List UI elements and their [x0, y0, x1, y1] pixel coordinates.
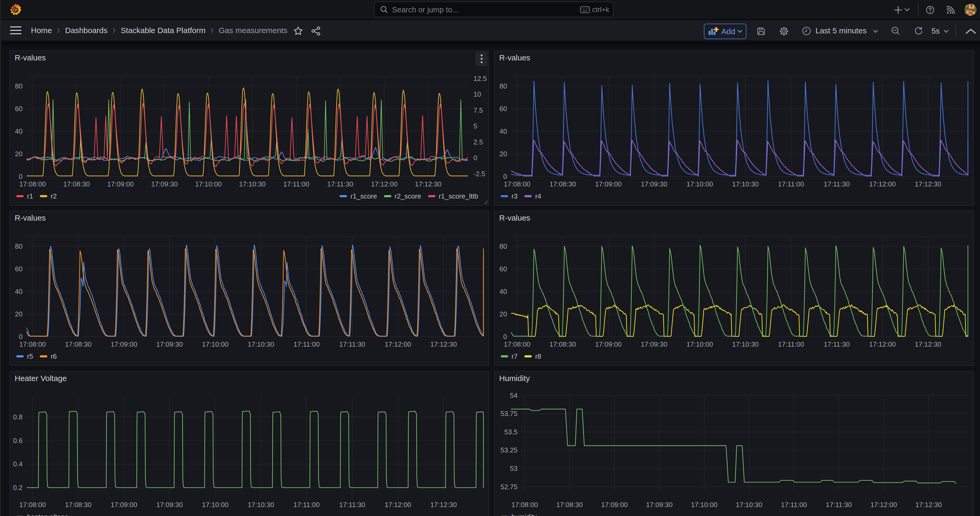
- svg-text:0: 0: [503, 172, 507, 180]
- svg-text:17:08:00: 17:08:00: [19, 340, 46, 348]
- svg-text:60: 60: [500, 265, 507, 273]
- svg-text:17:11:00: 17:11:00: [781, 501, 807, 509]
- svg-text:17:11:30: 17:11:30: [824, 180, 850, 188]
- svg-text:53.5: 53.5: [504, 428, 517, 436]
- svg-text:17:12:30: 17:12:30: [430, 340, 457, 348]
- svg-text:17:12:30: 17:12:30: [915, 180, 941, 188]
- svg-text:17:08:30: 17:08:30: [549, 180, 576, 188]
- svg-text:17:09:30: 17:09:30: [641, 180, 667, 188]
- svg-text:20: 20: [15, 310, 22, 318]
- svg-text:60: 60: [500, 105, 507, 113]
- svg-text:17:09:00: 17:09:00: [595, 340, 622, 348]
- svg-text:80: 80: [500, 82, 507, 90]
- svg-text:17:12:30: 17:12:30: [430, 501, 457, 509]
- svg-text:17:08:00: 17:08:00: [19, 180, 46, 188]
- svg-text:54: 54: [510, 392, 517, 400]
- svg-text:20: 20: [500, 150, 507, 158]
- svg-text:17:12:30: 17:12:30: [915, 501, 942, 509]
- svg-text:80: 80: [15, 82, 22, 90]
- svg-text:17:10:30: 17:10:30: [736, 501, 762, 509]
- svg-text:17:10:30: 17:10:30: [248, 501, 274, 509]
- svg-text:0: 0: [19, 333, 22, 341]
- svg-text:17:11:30: 17:11:30: [824, 340, 850, 348]
- svg-text:7.5: 7.5: [474, 106, 483, 114]
- svg-text:17:09:30: 17:09:30: [156, 340, 183, 348]
- svg-text:2.5: 2.5: [474, 138, 483, 146]
- svg-text:17:11:30: 17:11:30: [339, 501, 365, 509]
- svg-text:17:08:30: 17:08:30: [549, 340, 576, 348]
- svg-text:17:10:00: 17:10:00: [691, 501, 717, 509]
- svg-text:0.8: 0.8: [13, 413, 22, 421]
- svg-text:52.75: 52.75: [501, 483, 517, 491]
- svg-text:17:10:00: 17:10:00: [202, 340, 228, 348]
- svg-text:17:12:30: 17:12:30: [915, 340, 941, 348]
- svg-text:40: 40: [500, 127, 507, 135]
- svg-text:17:08:00: 17:08:00: [511, 501, 538, 509]
- svg-text:17:11:30: 17:11:30: [339, 340, 365, 348]
- svg-text:17:12:00: 17:12:00: [869, 340, 896, 348]
- svg-text:17:08:30: 17:08:30: [556, 501, 583, 509]
- svg-text:17:12:00: 17:12:00: [371, 180, 397, 188]
- svg-text:0.4: 0.4: [13, 460, 22, 468]
- svg-text:17:11:00: 17:11:00: [778, 180, 804, 188]
- svg-text:17:09:00: 17:09:00: [601, 501, 627, 509]
- svg-text:0: 0: [19, 172, 22, 180]
- svg-text:17:09:30: 17:09:30: [646, 501, 672, 509]
- svg-text:0: 0: [503, 333, 507, 341]
- svg-text:17:11:30: 17:11:30: [327, 180, 353, 188]
- svg-text:17:09:00: 17:09:00: [110, 340, 137, 348]
- svg-text:17:10:30: 17:10:30: [248, 340, 274, 348]
- svg-text:17:10:00: 17:10:00: [686, 340, 713, 348]
- svg-text:17:11:00: 17:11:00: [778, 340, 804, 348]
- svg-text:17:11:30: 17:11:30: [826, 501, 852, 509]
- svg-text:17:12:00: 17:12:00: [870, 501, 897, 509]
- svg-text:60: 60: [15, 105, 22, 113]
- svg-text:17:10:00: 17:10:00: [202, 501, 228, 509]
- svg-text:17:09:00: 17:09:00: [107, 180, 134, 188]
- svg-text:40: 40: [15, 127, 22, 135]
- svg-text:12.5: 12.5: [474, 75, 487, 83]
- svg-text:17:08:00: 17:08:00: [504, 180, 530, 188]
- svg-text:17:10:30: 17:10:30: [239, 180, 266, 188]
- svg-text:17:10:00: 17:10:00: [195, 180, 221, 188]
- svg-text:53.25: 53.25: [501, 446, 517, 454]
- svg-text:17:12:00: 17:12:00: [385, 501, 411, 509]
- svg-text:17:10:30: 17:10:30: [732, 180, 759, 188]
- svg-text:17:09:00: 17:09:00: [595, 180, 622, 188]
- svg-text:5: 5: [474, 122, 477, 130]
- svg-text:17:08:30: 17:08:30: [63, 180, 90, 188]
- svg-text:0.6: 0.6: [13, 437, 22, 444]
- svg-text:17:11:00: 17:11:00: [283, 180, 309, 188]
- svg-text:17:08:00: 17:08:00: [19, 501, 46, 509]
- svg-text:17:09:30: 17:09:30: [641, 340, 667, 348]
- svg-text:80: 80: [500, 242, 507, 250]
- svg-text:17:08:30: 17:08:30: [65, 340, 91, 348]
- svg-text:17:08:00: 17:08:00: [504, 340, 530, 348]
- svg-text:40: 40: [15, 288, 22, 295]
- svg-text:17:11:00: 17:11:00: [293, 501, 320, 509]
- svg-text:53: 53: [510, 465, 517, 472]
- svg-text:80: 80: [15, 242, 22, 250]
- svg-text:17:12:00: 17:12:00: [385, 340, 411, 348]
- svg-text:10: 10: [474, 90, 481, 98]
- svg-text:17:09:30: 17:09:30: [156, 501, 183, 509]
- svg-text:-2.5: -2.5: [474, 170, 485, 178]
- svg-text:20: 20: [15, 150, 22, 158]
- svg-text:17:11:00: 17:11:00: [293, 340, 320, 348]
- svg-text:17:09:00: 17:09:00: [110, 501, 137, 509]
- svg-text:17:09:30: 17:09:30: [151, 180, 178, 188]
- svg-text:17:08:30: 17:08:30: [65, 501, 91, 509]
- svg-text:53.75: 53.75: [501, 410, 517, 417]
- svg-text:17:12:30: 17:12:30: [415, 180, 441, 188]
- svg-text:17:10:00: 17:10:00: [686, 180, 713, 188]
- svg-text:17:10:30: 17:10:30: [732, 340, 759, 348]
- svg-text:0.2: 0.2: [13, 484, 22, 492]
- svg-text:0: 0: [474, 154, 477, 162]
- svg-text:60: 60: [15, 265, 22, 273]
- svg-text:40: 40: [500, 288, 507, 295]
- svg-text:20: 20: [500, 310, 507, 318]
- svg-text:17:12:00: 17:12:00: [869, 180, 896, 188]
